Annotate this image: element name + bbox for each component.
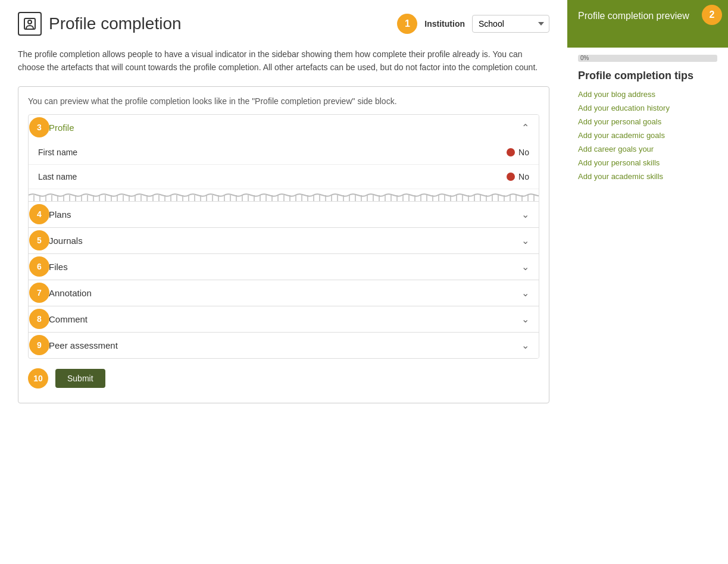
first-name-row: First name No <box>29 140 539 165</box>
accordion-item-peer-assessment: 9 Peer assessment ⌄ <box>29 333 539 358</box>
preview-hint: You can preview what the profile complet… <box>28 96 539 106</box>
chevron-up-icon: ⌃ <box>521 122 529 133</box>
step8-badge: 8 <box>29 309 49 329</box>
tip-personal-skills[interactable]: Add your personal skills <box>578 158 717 167</box>
step9-badge: 9 <box>29 335 49 355</box>
chevron-down-icon-peer: ⌄ <box>521 340 529 351</box>
submit-button[interactable]: Submit <box>55 369 105 388</box>
step2-badge: 2 <box>702 5 722 25</box>
last-name-row: Last name No <box>29 165 539 189</box>
comment-section-title: Comment <box>49 314 521 324</box>
chevron-down-icon-journals: ⌄ <box>521 235 529 246</box>
progress-bar: 0% <box>578 55 717 62</box>
step3-badge: 3 <box>29 117 49 137</box>
tip-personal-goals[interactable]: Add your personal goals <box>578 117 717 126</box>
peer-assessment-accordion-header[interactable]: Peer assessment ⌄ <box>39 333 539 358</box>
step5-badge: 5 <box>29 230 49 250</box>
sidebar-header: Profile completion preview 2 <box>567 0 728 48</box>
preview-box: You can preview what the profile complet… <box>18 86 549 403</box>
chevron-down-icon-plans: ⌄ <box>521 209 529 220</box>
peer-assessment-section-title: Peer assessment <box>49 340 521 350</box>
step10-badge: 10 <box>28 368 48 388</box>
plans-accordion-header[interactable]: Plans ⌄ <box>39 202 539 227</box>
comment-accordion-header[interactable]: Comment ⌄ <box>39 306 539 332</box>
completion-tips-title: Profile completion tips <box>578 69 717 83</box>
plans-section-title: Plans <box>49 209 521 220</box>
submit-area: 10 Submit <box>28 359 539 393</box>
tip-academic-goals[interactable]: Add your academic goals <box>578 131 717 140</box>
page-description: The profile completion allows people to … <box>18 48 549 74</box>
accordion-item-journals: 5 Journals ⌄ <box>29 228 539 254</box>
radio-dot-no-first <box>507 148 515 156</box>
annotation-accordion-header[interactable]: Annotation ⌄ <box>39 280 539 306</box>
journals-accordion-header[interactable]: Journals ⌄ <box>39 228 539 253</box>
sidebar: Profile completion preview 2 0% Profile … <box>567 0 728 564</box>
institution-select[interactable]: School <box>472 15 549 33</box>
step4-badge: 4 <box>29 204 49 224</box>
journals-section-title: Journals <box>49 236 521 246</box>
accordion-item-annotation: 7 Annotation ⌄ <box>29 280 539 306</box>
sidebar-body: 0% Profile completion tips Add your blog… <box>567 48 728 193</box>
profile-accordion-content: First name No Last name No <box>29 140 539 201</box>
step1-badge: 1 <box>397 14 417 34</box>
tip-blog-address[interactable]: Add your blog address <box>578 90 717 99</box>
files-accordion-header[interactable]: Files ⌄ <box>39 254 539 280</box>
profile-accordion-header[interactable]: Profile ⌃ <box>39 115 539 140</box>
first-name-label: First name <box>38 148 507 157</box>
profile-icon <box>18 12 42 36</box>
chevron-down-icon-comment: ⌄ <box>521 314 529 325</box>
institution-label: Institution <box>424 19 465 29</box>
annotation-section-title: Annotation <box>49 288 521 298</box>
step6-badge: 6 <box>29 256 49 277</box>
files-section-title: Files <box>49 262 521 272</box>
progress-label: 0% <box>580 55 589 62</box>
first-name-value: No <box>518 148 529 157</box>
accordion: 3 Profile ⌃ First name No <box>28 114 539 359</box>
svg-point-1 <box>28 20 32 24</box>
sidebar-title: Profile completion preview <box>578 10 689 23</box>
profile-section-title: Profile <box>49 123 521 133</box>
accordion-item-plans: 4 Plans ⌄ <box>29 202 539 228</box>
chevron-down-icon-files: ⌄ <box>521 261 529 272</box>
last-name-label: Last name <box>38 172 507 181</box>
tip-academic-skills[interactable]: Add your academic skills <box>578 172 717 181</box>
tip-career-goals[interactable]: Add career goals your <box>578 145 717 153</box>
chevron-down-icon-annotation: ⌄ <box>521 287 529 299</box>
last-name-radio[interactable]: No <box>507 172 529 181</box>
accordion-item-comment: 8 Comment ⌄ <box>29 306 539 333</box>
first-name-radio[interactable]: No <box>507 148 529 157</box>
last-name-value: No <box>518 172 529 181</box>
accordion-item-profile: 3 Profile ⌃ First name No <box>29 115 539 202</box>
accordion-item-files: 6 Files ⌄ <box>29 254 539 280</box>
wavy-divider <box>29 189 539 201</box>
tip-education-history[interactable]: Add your education history <box>578 104 717 112</box>
radio-dot-no-last <box>507 173 515 181</box>
step7-badge: 7 <box>29 283 49 303</box>
page-title: Profile completion <box>49 14 182 33</box>
